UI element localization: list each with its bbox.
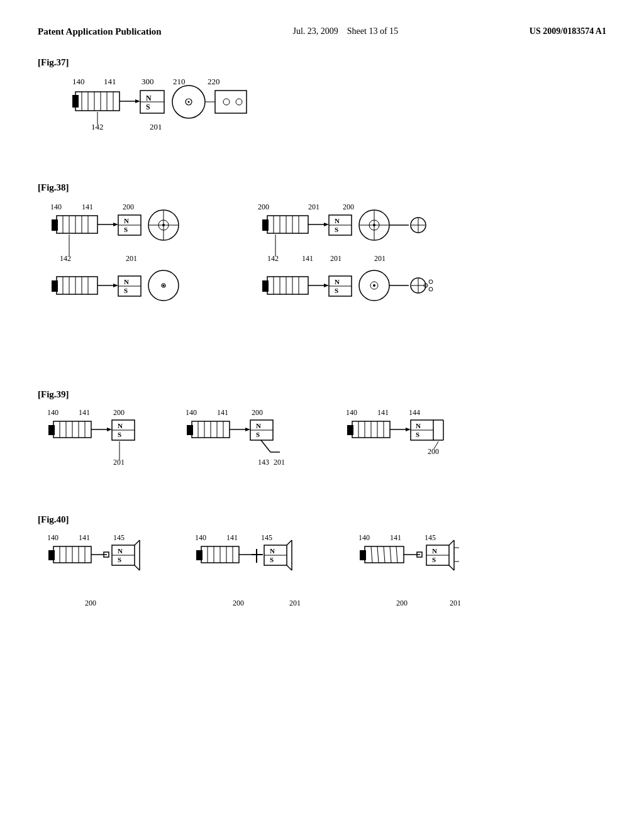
fig37-diagram: 140 141 300 210 220 [38,73,352,161]
svg-rect-7 [72,95,79,108]
svg-rect-201 [196,550,203,560]
svg-rect-181 [48,550,55,560]
svg-point-15 [188,101,190,103]
svg-line-188 [135,540,140,545]
header-date: Jul. 23, 2009 [292,26,338,36]
svg-text:200: 200 [258,202,269,211]
fig37-label-201: 201 [150,122,162,131]
svg-text:201: 201 [330,254,341,263]
svg-text:N: N [124,217,129,224]
svg-line-218 [371,546,372,563]
svg-text:145: 145 [113,533,125,542]
header-date-sheet: Jul. 23, 2009 Sheet 13 of 15 [292,25,398,38]
svg-text:144: 144 [409,408,420,417]
svg-text:140: 140 [50,202,62,211]
svg-text:S: S [270,556,274,563]
svg-text:200: 200 [428,447,439,456]
svg-text:200: 200 [252,408,263,417]
svg-text:201: 201 [289,599,301,607]
svg-text:S: S [124,226,128,233]
svg-text:145: 145 [261,533,272,542]
fig37-label: [Fig.37] [38,57,606,68]
svg-rect-140 [187,425,193,435]
fig37-section: [Fig.37] 140 141 300 210 220 [38,57,606,163]
svg-marker-124 [107,428,112,431]
svg-text:200: 200 [113,408,125,417]
svg-text:141: 141 [302,254,313,263]
svg-text:N: N [124,278,129,285]
svg-point-59 [163,285,165,287]
svg-text:N: N [118,422,123,429]
fig37-label-141: 141 [104,77,116,86]
svg-text:140: 140 [195,533,206,542]
svg-text:140: 140 [358,533,370,542]
fig37-label-140: 140 [72,77,85,86]
fig39-label: [Fig.39] [38,389,606,400]
page-header: Patent Application Publication Jul. 23, … [38,25,606,38]
svg-text:141: 141 [79,533,90,542]
svg-text:N: N [335,217,340,224]
svg-text:140: 140 [47,533,58,542]
svg-line-222 [396,546,397,563]
svg-text:142: 142 [267,254,279,263]
header-sheet: Sheet 13 of 15 [347,26,398,36]
svg-text:201: 201 [308,202,319,211]
svg-line-219 [377,546,379,563]
svg-text:141: 141 [226,533,238,542]
svg-text:140: 140 [47,408,58,417]
fig37-label-210: 210 [173,77,186,86]
fig39-section: [Fig.39] 140 141 200 N S [38,389,606,495]
svg-line-147 [261,440,270,452]
svg-rect-50 [52,280,58,292]
svg-text:141: 141 [390,533,401,542]
fig40-label: [Fig.40] [38,514,606,525]
svg-rect-160 [347,425,353,435]
svg-point-111 [429,280,433,284]
svg-text:S: S [335,226,338,233]
header-title: Patent Application Publication [38,25,162,38]
svg-rect-69 [262,219,269,231]
svg-text:S: S [118,556,121,563]
svg-text:S: S [416,431,419,438]
svg-text:S: S [432,556,436,563]
svg-text:200: 200 [123,202,134,211]
svg-point-17 [223,99,230,105]
svg-point-112 [429,287,433,291]
svg-marker-52 [113,284,118,287]
svg-line-210 [287,565,292,570]
svg-line-231 [449,565,454,570]
svg-text:N: N [416,422,421,429]
svg-line-189 [135,565,140,570]
svg-marker-98 [324,284,329,287]
fig37-label-300: 300 [142,77,154,86]
svg-rect-122 [48,425,55,435]
figures-content: [Fig.37] 140 141 300 210 220 [38,57,606,639]
fig37-n-label: N [146,94,152,102]
svg-text:201: 201 [274,458,285,467]
svg-text:140: 140 [186,408,197,417]
svg-point-105 [373,284,375,287]
fig39-diagram: 140 141 200 N S [38,405,604,493]
fig40-diagram: 140 141 145 N S [38,530,604,637]
svg-marker-9 [135,99,140,103]
svg-text:140: 140 [346,408,357,417]
fig37-label-220: 220 [208,77,220,86]
svg-text:N: N [270,547,275,555]
fig38-label: [Fig.38] [38,182,606,193]
page: Patent Application Publication Jul. 23, … [0,0,644,830]
svg-text:141: 141 [217,408,228,417]
svg-text:200: 200 [343,202,354,211]
fig40-section: [Fig.40] 140 141 145 N [38,514,606,639]
svg-line-220 [384,546,385,563]
svg-text:200: 200 [233,599,244,607]
svg-text:N: N [256,422,261,429]
svg-text:200: 200 [85,599,96,607]
svg-text:200: 200 [396,599,408,607]
svg-marker-71 [324,223,329,226]
svg-point-18 [236,99,242,105]
svg-text:143: 143 [258,458,269,467]
svg-rect-223 [360,550,366,560]
svg-marker-31 [113,223,118,226]
svg-line-209 [287,540,292,545]
svg-text:S: S [256,431,260,438]
